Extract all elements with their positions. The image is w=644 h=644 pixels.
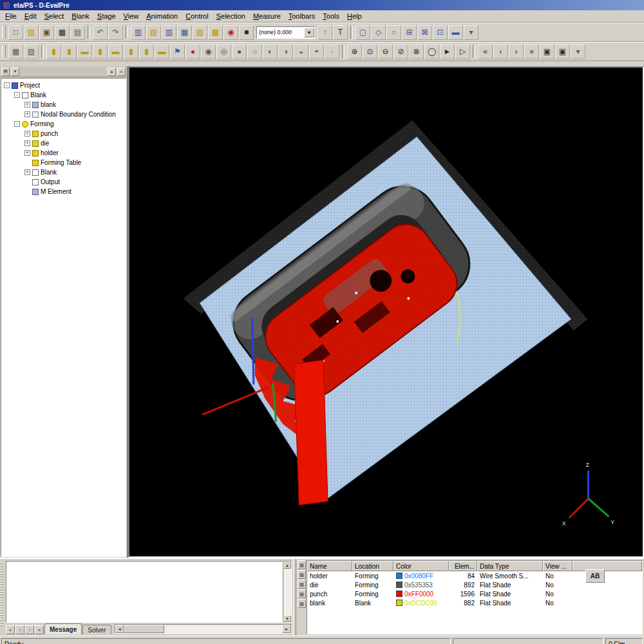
message-vertical-scrollbar[interactable]: ▲ ▼ bbox=[283, 561, 292, 623]
current-value-combobox[interactable]: (none) 0.000 ▼ bbox=[256, 26, 315, 39]
column-header-elem[interactable]: Elem... bbox=[449, 561, 477, 571]
toolbar-icon[interactable]: ⊠ bbox=[417, 25, 432, 40]
toolbar-icon[interactable]: ▾ bbox=[571, 44, 585, 59]
toolbar-icon[interactable]: ▨ bbox=[24, 25, 39, 40]
toolbar-icon[interactable]: ⚑ bbox=[170, 44, 185, 59]
toolbar-icon[interactable] bbox=[473, 45, 475, 58]
expand-toggle-icon[interactable]: + bbox=[24, 140, 30, 146]
tree-item-icon[interactable] bbox=[22, 92, 28, 99]
tree-item[interactable]: + holder bbox=[1, 148, 126, 158]
expand-toggle-icon[interactable] bbox=[24, 160, 30, 166]
expand-toggle-icon[interactable]: - bbox=[14, 92, 20, 98]
tree-item-icon[interactable] bbox=[32, 169, 39, 176]
toolbar-icon[interactable]: ► bbox=[440, 44, 455, 59]
tree-item-icon[interactable] bbox=[32, 102, 39, 108]
expand-toggle-icon[interactable] bbox=[24, 189, 30, 194]
toolbar-icon[interactable] bbox=[350, 26, 353, 39]
tab-scroll-button[interactable]: « bbox=[6, 625, 15, 634]
tab-solver[interactable]: Solver bbox=[82, 625, 111, 634]
toolbar-icon[interactable]: ⊖ bbox=[378, 44, 393, 59]
chevron-down-icon[interactable]: ▼ bbox=[304, 28, 314, 37]
toolbar-icon[interactable]: ↶ bbox=[93, 25, 108, 40]
menu-item[interactable]: View bbox=[120, 12, 143, 21]
ab-tool-button[interactable]: AB bbox=[585, 569, 605, 583]
tree-item-icon[interactable] bbox=[22, 121, 28, 128]
tree-item[interactable]: + Blank bbox=[1, 167, 126, 177]
row-selector-icon[interactable]: ▦ bbox=[298, 560, 306, 569]
toolbar-icon[interactable]: ◓ bbox=[309, 44, 324, 59]
column-header-location[interactable]: Location bbox=[352, 561, 393, 571]
row-selector-icon[interactable]: ▦ bbox=[298, 589, 306, 598]
toolbar-icon[interactable]: ● bbox=[185, 44, 200, 59]
menu-item[interactable]: Control bbox=[182, 12, 212, 21]
menu-item[interactable]: Help bbox=[343, 12, 366, 21]
toolbar-icon[interactable]: ▧ bbox=[24, 44, 39, 59]
tree-item-icon[interactable] bbox=[32, 140, 39, 147]
toolbar-icon[interactable]: ⊙ bbox=[363, 44, 377, 59]
tree-panel-button[interactable]: ▤ bbox=[1, 68, 10, 76]
tab-scroll-button[interactable]: ‹ bbox=[15, 625, 24, 634]
tree-item[interactable]: - Blank bbox=[1, 90, 126, 100]
toolbar-icon[interactable]: ▾ bbox=[464, 25, 478, 40]
toolbar-icon[interactable]: ⊘ bbox=[393, 44, 408, 59]
toolbar-icon[interactable]: ‹ bbox=[493, 44, 508, 59]
scrollbar-thumb[interactable] bbox=[124, 625, 164, 633]
toolbar-icon[interactable] bbox=[88, 26, 90, 39]
column-header-name[interactable]: Name bbox=[307, 561, 352, 571]
tree-item[interactable]: - Forming bbox=[1, 119, 126, 129]
toolbar-grip[interactable] bbox=[2, 26, 6, 39]
tree-panel-button[interactable]: ▾ bbox=[11, 68, 19, 76]
toolbar-icon[interactable]: ▮ bbox=[62, 44, 77, 59]
toolbar-icon[interactable]: ▨ bbox=[193, 25, 207, 40]
toolbar-icon[interactable]: ◇ bbox=[371, 25, 386, 40]
message-output[interactable] bbox=[6, 561, 283, 623]
toolbar-icon[interactable] bbox=[342, 45, 345, 58]
tree-item-icon[interactable] bbox=[32, 131, 39, 137]
menu-item[interactable]: Selection bbox=[213, 12, 249, 21]
toolbar-icon[interactable]: ● bbox=[232, 44, 247, 59]
menu-item[interactable]: Select bbox=[41, 12, 68, 21]
tree-item-icon[interactable] bbox=[32, 150, 39, 156]
toolbar-icon[interactable]: ▮ bbox=[46, 44, 61, 59]
toolbar-icon[interactable]: ▬ bbox=[448, 25, 463, 40]
row-selector-icon[interactable]: ▦ bbox=[298, 599, 306, 608]
toolbar-icon[interactable]: ▮ bbox=[139, 44, 154, 59]
toolbar-icon[interactable]: ▬ bbox=[108, 44, 123, 59]
menu-item[interactable]: File bbox=[1, 12, 21, 21]
toolbar-icon[interactable]: ◯ bbox=[424, 44, 439, 59]
expand-toggle-icon[interactable] bbox=[24, 179, 30, 185]
tree-item[interactable]: - Project bbox=[1, 80, 126, 90]
expand-toggle-icon[interactable]: + bbox=[24, 111, 30, 117]
toolbar-icon[interactable]: ◑ bbox=[278, 44, 293, 59]
toolbar-icon[interactable]: ▦ bbox=[55, 25, 70, 40]
tree-item[interactable]: + blank bbox=[1, 100, 126, 109]
tree-item-icon[interactable] bbox=[12, 82, 18, 89]
tree-item[interactable]: Output bbox=[1, 177, 126, 187]
menu-item[interactable]: Toolbars bbox=[285, 12, 319, 21]
tab-scroll-button[interactable]: › bbox=[25, 625, 34, 634]
menu-item[interactable]: Animation bbox=[142, 12, 182, 21]
expand-toggle-icon[interactable]: - bbox=[4, 82, 10, 88]
expand-toggle-icon[interactable]: + bbox=[24, 169, 30, 175]
message-horizontal-scrollbar[interactable]: ◄ ► bbox=[115, 624, 292, 634]
tree-item-icon[interactable] bbox=[32, 189, 39, 195]
tree-item-icon[interactable] bbox=[32, 179, 39, 185]
toolbar-icon[interactable]: ↑ bbox=[317, 25, 332, 40]
tree-item[interactable]: + Nodal Boundary Condition bbox=[1, 109, 126, 119]
tree-item[interactable]: + die bbox=[1, 138, 126, 148]
menu-item[interactable]: Edit bbox=[21, 12, 41, 21]
toolbar-icon[interactable]: ▥ bbox=[162, 25, 176, 40]
toolbar-icon[interactable]: « bbox=[478, 44, 493, 59]
toolbar-icon[interactable]: ◉ bbox=[201, 44, 216, 59]
toolbar-icon[interactable]: ⊡ bbox=[433, 25, 448, 40]
toolbar-icon[interactable]: ↷ bbox=[108, 25, 123, 40]
toolbar-icon[interactable]: T bbox=[333, 25, 348, 40]
scroll-down-icon[interactable]: ▼ bbox=[283, 615, 291, 622]
scroll-up-icon[interactable]: ▲ bbox=[283, 562, 291, 569]
tree-item[interactable]: Forming Table bbox=[1, 158, 126, 167]
toolbar-icon[interactable]: ▤ bbox=[70, 25, 85, 40]
blank-flange-strip[interactable] bbox=[294, 360, 328, 505]
tree-item[interactable]: M Element bbox=[1, 187, 126, 196]
column-header-datatype[interactable]: Data Type bbox=[477, 561, 543, 571]
table-row[interactable]: blank Blank 0xDCDC00 882 Flat Shade No bbox=[307, 598, 642, 607]
